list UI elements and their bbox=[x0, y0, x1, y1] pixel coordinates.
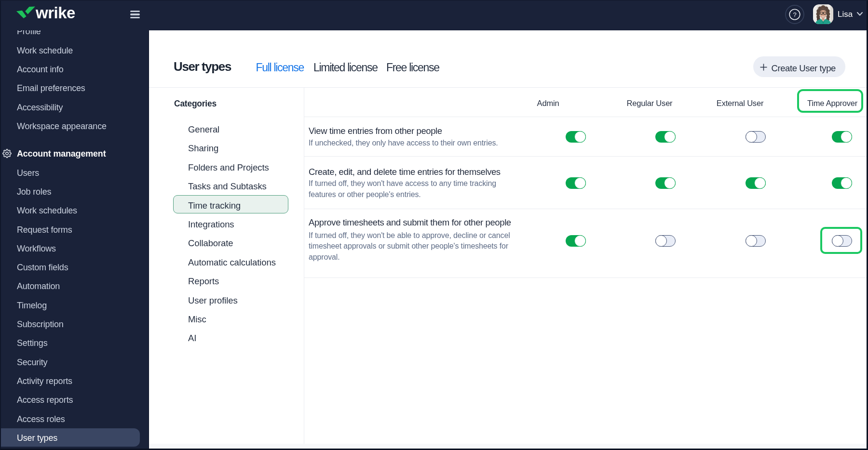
svg-text:?: ? bbox=[793, 11, 796, 18]
svg-text:wrike: wrike bbox=[35, 4, 75, 22]
